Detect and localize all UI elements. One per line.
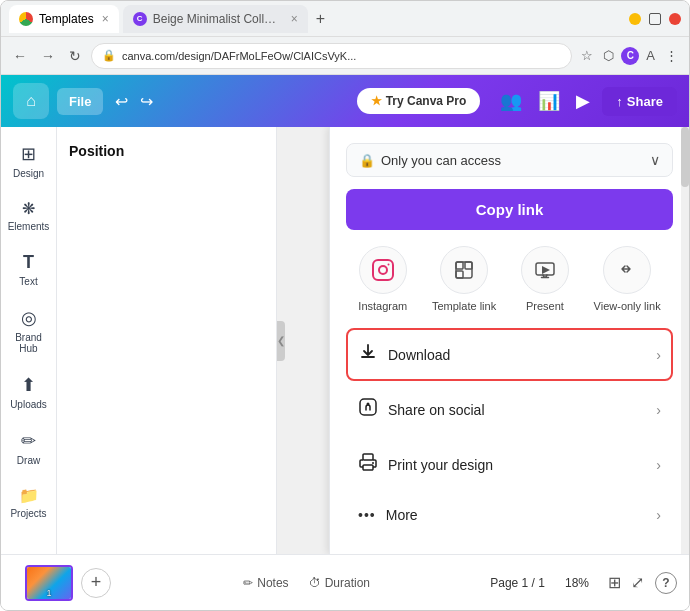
view-only-link-label: View-only link xyxy=(594,300,661,312)
url-actions: ☆ ⬡ C A ⋮ xyxy=(578,45,681,66)
file-button[interactable]: File xyxy=(57,88,103,115)
canva-extension-icon[interactable]: C xyxy=(621,47,639,65)
page-indicator: Page 1 / 1 xyxy=(490,576,545,590)
share-option-instagram[interactable]: Instagram xyxy=(358,246,407,312)
action-print[interactable]: Print your design › xyxy=(346,438,673,491)
elements-icon: ❋ xyxy=(22,199,35,218)
topbar-right: 👥 📊 ▶ ↑ Share xyxy=(496,86,677,116)
people-icon-button[interactable]: 👥 xyxy=(496,86,526,116)
scrollbar-track xyxy=(681,127,689,554)
brand-hub-icon: ◎ xyxy=(21,307,37,329)
access-chevron-icon: ∨ xyxy=(650,152,660,168)
close-button[interactable]: × xyxy=(669,13,681,25)
zoom-level: 18% xyxy=(565,576,589,590)
add-page-button[interactable]: + xyxy=(81,568,111,598)
sidebar-item-brand-hub-label: Brand Hub xyxy=(10,332,48,354)
play-icon-button[interactable]: ▶ xyxy=(572,86,594,116)
position-panel: Position xyxy=(57,127,277,554)
share-button[interactable]: ↑ Share xyxy=(602,87,677,116)
tab-templates-close[interactable]: × xyxy=(102,12,109,26)
try-pro-button[interactable]: ★ Try Canva Pro xyxy=(357,88,481,114)
redo-button[interactable]: ↪ xyxy=(136,88,157,115)
uploads-icon: ⬆ xyxy=(21,374,36,396)
forward-button[interactable]: → xyxy=(37,44,59,68)
page-thumbnail-1[interactable]: 1 xyxy=(25,565,73,601)
share-social-label: Share on social xyxy=(388,402,485,418)
back-button[interactable]: ← xyxy=(9,44,31,68)
sidebar-item-elements[interactable]: ❋ Elements xyxy=(4,191,54,240)
sidebar-item-uploads[interactable]: ⬆ Uploads xyxy=(4,366,54,418)
download-icon xyxy=(358,342,378,367)
sidebar-item-elements-label: Elements xyxy=(8,221,50,232)
duration-button[interactable]: ⏱ Duration xyxy=(309,576,370,590)
share-option-present[interactable]: Present xyxy=(521,246,569,312)
try-pro-label: Try Canva Pro xyxy=(386,94,467,108)
action-share-social[interactable]: Share on social › xyxy=(346,383,673,436)
copy-link-button[interactable]: Copy link xyxy=(346,189,673,230)
restore-button[interactable] xyxy=(649,13,661,25)
svg-marker-8 xyxy=(542,266,550,274)
notes-label: Notes xyxy=(257,576,288,590)
print-chevron-icon: › xyxy=(656,457,661,473)
action-more[interactable]: ••• More › xyxy=(346,493,673,537)
share-option-template-link[interactable]: Template link xyxy=(432,246,496,312)
pro-star-icon: ★ xyxy=(371,94,382,108)
home-button[interactable]: ⌂ xyxy=(13,83,49,119)
sidebar-item-draw-label: Draw xyxy=(17,455,40,466)
extensions-button[interactable]: ⬡ xyxy=(600,45,617,66)
app-body: ⌂ File ↩ ↪ ★ Try Canva Pro 👥 📊 ▶ ↑ Share xyxy=(1,75,689,610)
access-row[interactable]: 🔒 Only you can access ∨ xyxy=(346,143,673,177)
refresh-button[interactable]: ↻ xyxy=(65,44,85,68)
url-bar[interactable]: 🔒 canva.com/design/DAFrMoLFeOw/ClAICsVyK… xyxy=(91,43,572,69)
chrome-tab-icon xyxy=(19,12,33,26)
view-toggle: ⊞ ⤢ xyxy=(605,570,647,595)
main-area: ⊞ Design ❋ Elements T Text ◎ Brand Hub ⬆ xyxy=(1,127,689,554)
duration-label: Duration xyxy=(325,576,370,590)
bookmark-button[interactable]: ☆ xyxy=(578,45,596,66)
canvas-collapse-handle[interactable]: ❮ xyxy=(277,321,285,361)
address-bar: ← → ↻ 🔒 canva.com/design/DAFrMoLFeOw/ClA… xyxy=(1,37,689,75)
canva-tab-icon: C xyxy=(133,12,147,26)
share-social-icon xyxy=(358,397,378,422)
svg-rect-9 xyxy=(360,399,376,415)
svg-point-2 xyxy=(387,264,389,266)
tab-canva[interactable]: C Beige Minimalist Collage Ins... × xyxy=(123,5,308,33)
sidebar-item-draw[interactable]: ✏ Draw xyxy=(4,422,54,474)
grid-view-button[interactable]: ⊞ xyxy=(605,570,624,595)
new-tab-button[interactable]: + xyxy=(316,10,325,28)
tab-templates[interactable]: Templates × xyxy=(9,5,119,33)
undo-button[interactable]: ↩ xyxy=(111,88,132,115)
fullscreen-view-button[interactable]: ⤢ xyxy=(628,570,647,595)
notes-button[interactable]: ✏ Notes xyxy=(243,576,288,590)
profile-button[interactable]: A xyxy=(643,45,658,66)
sidebar-item-brand-hub[interactable]: ◎ Brand Hub xyxy=(4,299,54,362)
present-icon xyxy=(521,246,569,294)
thumbnail-strip: 1 + xyxy=(13,565,123,601)
scrollbar-thumb[interactable] xyxy=(681,127,689,187)
sidebar-item-design[interactable]: ⊞ Design xyxy=(4,135,54,187)
help-button[interactable]: ? xyxy=(655,572,677,594)
tab-canva-close[interactable]: × xyxy=(291,12,298,26)
download-chevron-icon: › xyxy=(656,347,661,363)
canvas-area[interactable]: ❮ 🔒 Only you can access ∨ Co xyxy=(277,127,689,554)
sidebar-item-projects[interactable]: 📁 Projects xyxy=(4,478,54,527)
svg-rect-3 xyxy=(456,262,472,278)
tab-canva-label: Beige Minimalist Collage Ins... xyxy=(153,12,283,26)
title-bar: Templates × C Beige Minimalist Collage I… xyxy=(1,1,689,37)
menu-button[interactable]: ⋮ xyxy=(662,45,681,66)
svg-rect-12 xyxy=(363,454,373,460)
minimize-button[interactable]: − xyxy=(629,13,641,25)
sidebar-item-text-label: Text xyxy=(19,276,37,287)
action-list: Download › xyxy=(346,328,673,537)
sidebar-item-uploads-label: Uploads xyxy=(10,399,47,410)
stats-icon-button[interactable]: 📊 xyxy=(534,86,564,116)
action-download[interactable]: Download › xyxy=(346,328,673,381)
text-icon: T xyxy=(23,252,34,273)
sidebar-item-projects-label: Projects xyxy=(10,508,46,519)
sidebar-item-text[interactable]: T Text xyxy=(4,244,54,295)
share-option-view-only[interactable]: View-only link xyxy=(594,246,661,312)
notes-icon: ✏ xyxy=(243,576,253,590)
zoom-control[interactable]: 18% xyxy=(565,576,589,590)
projects-icon: 📁 xyxy=(19,486,39,505)
share-label: Share xyxy=(627,94,663,109)
